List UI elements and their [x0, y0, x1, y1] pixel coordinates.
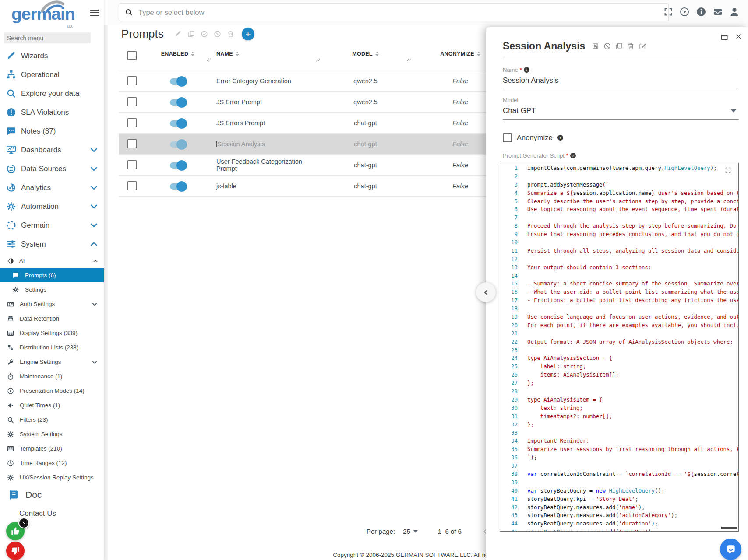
- sidebar-item-distribution-lists[interactable]: Distribution Lists (238): [0, 340, 104, 355]
- sidebar-item-germain[interactable]: Germain: [0, 216, 104, 235]
- row-checkbox[interactable]: [127, 118, 137, 127]
- sidebar-search-input[interactable]: [4, 32, 91, 43]
- sidebar-item-ai[interactable]: AI: [0, 254, 104, 268]
- column-resize-handle[interactable]: [406, 57, 410, 63]
- sidebar-item-label: AI: [19, 257, 92, 264]
- info-icon[interactable]: [696, 7, 706, 17]
- sidebar-item-label: Prompts (6): [25, 272, 104, 278]
- delete-icon[interactable]: [227, 30, 234, 38]
- enabled-toggle[interactable]: [170, 141, 186, 148]
- sort-icon[interactable]: [191, 52, 194, 56]
- name-field[interactable]: [503, 73, 739, 89]
- column-header-enabled[interactable]: ENABLED: [145, 47, 211, 57]
- gear-icon: [7, 474, 14, 481]
- disable-icon[interactable]: [603, 42, 611, 50]
- hamburger-menu-icon[interactable]: [90, 10, 99, 16]
- row-checkbox[interactable]: [127, 160, 137, 169]
- sidebar-item-doc[interactable]: Doc: [0, 485, 104, 505]
- row-checkbox[interactable]: [127, 76, 137, 85]
- feedback-close-button[interactable]: [18, 518, 29, 528]
- sidebar-item-analytics[interactable]: Analytics: [0, 178, 104, 197]
- select-all-checkbox[interactable]: [127, 51, 137, 60]
- disable-icon[interactable]: [214, 30, 221, 38]
- sidebar-item-data-sources[interactable]: Data Sources: [0, 159, 104, 178]
- enabled-toggle[interactable]: [170, 183, 186, 190]
- collapse-panel-button[interactable]: [476, 282, 496, 302]
- column-header-name[interactable]: NAME: [211, 47, 320, 57]
- window-icon[interactable]: [720, 33, 728, 41]
- editor-scrollbar-thumb[interactable]: [721, 527, 737, 529]
- sidebar-item-wizards[interactable]: Wizards: [0, 46, 104, 65]
- info-icon[interactable]: i: [570, 153, 576, 158]
- model-select[interactable]: Chat GPT: [503, 103, 739, 120]
- user-icon[interactable]: [729, 7, 740, 17]
- sidebar-item-system-settings[interactable]: System Settings: [0, 427, 104, 441]
- editor-expand-icon[interactable]: [725, 167, 731, 173]
- row-checkbox[interactable]: [127, 181, 137, 190]
- info-icon[interactable]: i: [557, 135, 563, 141]
- enabled-toggle[interactable]: [170, 99, 186, 106]
- copy-icon[interactable]: [615, 42, 623, 50]
- sidebar-scrollbar-gutter[interactable]: [104, 25, 108, 560]
- sidebar-item-notes[interactable]: Notes (37): [0, 122, 104, 141]
- enabled-toggle[interactable]: [170, 162, 186, 169]
- sidebar-item-presentation-modes[interactable]: Presentation Modes (14): [0, 384, 104, 398]
- save-icon[interactable]: [592, 42, 599, 50]
- sidebar-item-ux-session-replay-settings[interactable]: UX/Session Replay Settings: [0, 470, 104, 485]
- sidebar-item-dashboards[interactable]: Dashboards: [0, 141, 104, 159]
- inbox-icon[interactable]: [713, 7, 723, 17]
- code-line: 45storyBeatQuery.measures.add('pageKey')…: [500, 528, 738, 532]
- prompt-model: qwen2.5: [320, 99, 411, 106]
- global-search-input[interactable]: [138, 8, 668, 17]
- edit-icon[interactable]: [174, 30, 182, 38]
- sidebar-item-display-settings[interactable]: Display Settings (339): [0, 326, 104, 340]
- close-icon[interactable]: [735, 33, 742, 40]
- copy-icon[interactable]: [187, 30, 195, 38]
- enabled-toggle[interactable]: [170, 78, 186, 85]
- per-page-select[interactable]: 25: [403, 528, 418, 535]
- sidebar-item-data-retention[interactable]: Data Retention: [0, 311, 104, 326]
- row-checkbox[interactable]: [127, 139, 137, 148]
- sidebar-item-quiet-times[interactable]: Quiet Times (1): [0, 398, 104, 412]
- enable-icon[interactable]: [201, 30, 208, 38]
- caret-down-icon: [731, 109, 736, 113]
- sidebar-item-sla-violations[interactable]: SLA Violations: [0, 103, 104, 122]
- sort-icon[interactable]: [477, 52, 480, 56]
- sidebar-item-automation[interactable]: Automation: [0, 197, 104, 216]
- code-editor[interactable]: 1importClass(com.germainsoftware.apm.que…: [500, 163, 739, 532]
- column-resize-handle[interactable]: [206, 57, 210, 63]
- sidebar-item-settings[interactable]: Settings: [0, 282, 104, 297]
- enabled-toggle[interactable]: [170, 120, 186, 127]
- anonymize-checkbox[interactable]: [503, 133, 512, 142]
- sort-icon[interactable]: [236, 52, 239, 56]
- half-icon: [8, 258, 14, 264]
- column-header-model[interactable]: MODEL: [320, 47, 411, 57]
- sidebar-item-time-ranges[interactable]: Time Ranges (12): [0, 456, 104, 470]
- sidebar-item-system[interactable]: System: [0, 235, 104, 254]
- book-icon: [8, 489, 20, 501]
- row-checkbox[interactable]: [127, 97, 137, 106]
- play-icon[interactable]: [679, 7, 690, 17]
- sidebar-item-label: Quiet Times (1): [20, 402, 104, 409]
- sidebar-item-templates[interactable]: Templates (210): [0, 441, 104, 456]
- sidebar-item-explore-your-data[interactable]: Explore your data: [0, 84, 104, 103]
- feedback-thumbs-down-button[interactable]: [6, 542, 25, 560]
- sort-icon[interactable]: [375, 52, 379, 56]
- gear-icon: [7, 431, 14, 438]
- column-resize-handle[interactable]: [316, 57, 319, 63]
- support-chat-button[interactable]: [720, 539, 741, 560]
- global-search[interactable]: [119, 3, 669, 21]
- rename-icon[interactable]: [639, 42, 646, 50]
- sidebar-item-contact-us[interactable]: Contact Us: [0, 505, 104, 522]
- fullscreen-icon[interactable]: [663, 7, 673, 17]
- list-icon: [7, 330, 14, 337]
- sidebar-item-prompts[interactable]: Prompts (6): [0, 268, 104, 282]
- sidebar-item-operational[interactable]: Operational: [0, 65, 104, 84]
- sidebar-item-filters[interactable]: Filters (23): [0, 412, 104, 427]
- add-prompt-button[interactable]: +: [242, 28, 254, 40]
- delete-icon[interactable]: [627, 42, 635, 50]
- info-icon[interactable]: i: [524, 67, 529, 73]
- sidebar-item-engine-settings[interactable]: Engine Settings: [0, 355, 104, 369]
- sidebar-item-maintenance[interactable]: Maintenance (1): [0, 369, 104, 384]
- sidebar-item-auth-settings[interactable]: Auth Settings: [0, 297, 104, 311]
